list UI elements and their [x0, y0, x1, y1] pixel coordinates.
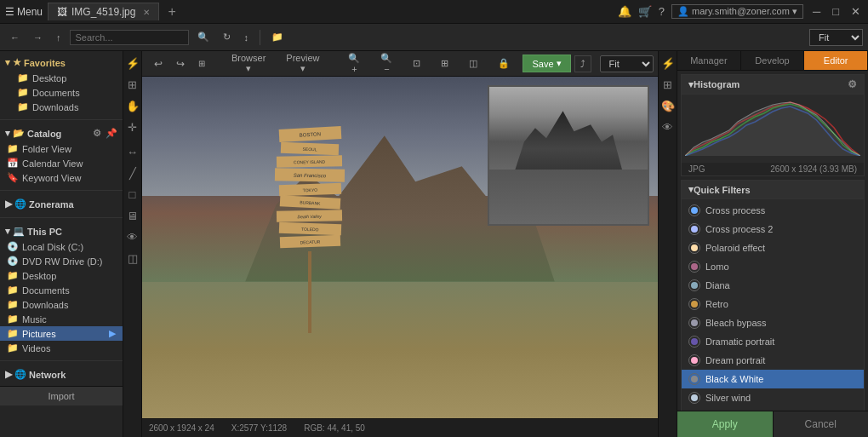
filter-cross-process-2[interactable]: Cross process 2 [682, 220, 864, 239]
fit-select[interactable]: Fit 100% 200% [809, 29, 863, 46]
nav-back-button[interactable]: ← [5, 30, 25, 45]
grid-right-icon[interactable]: ⊞ [660, 76, 675, 94]
tab-editor[interactable]: Editor [804, 51, 868, 70]
folder-up-button[interactable]: ↑ [51, 30, 66, 45]
histogram-section: ▾ Histogram ⚙ [681, 74, 865, 176]
palette-icon[interactable]: 🎨 [659, 97, 677, 115]
move-icon-btn[interactable]: ✛ [125, 118, 140, 136]
path-input[interactable] [70, 30, 189, 45]
share-button[interactable]: ⤴ [574, 55, 591, 72]
filter-diana[interactable]: Diana [682, 276, 864, 295]
filter-bleach-bypass[interactable]: Bleach bypass [682, 313, 864, 332]
thispc-videos[interactable]: 📁 Videos [0, 341, 123, 355]
monitor-icon-btn[interactable]: 🖥 [124, 207, 140, 225]
save-button[interactable]: Save ▾ [523, 55, 570, 72]
redo-button[interactable]: ↪ [171, 55, 190, 72]
filter-lomo[interactable]: Lomo [682, 257, 864, 276]
filter-swatch-icon [690, 394, 699, 402]
tab-close-icon[interactable]: ✕ [143, 8, 150, 17]
catalog-header[interactable]: ▾ 📂 Catalog ⚙ 📌 [0, 125, 123, 141]
user-email-button[interactable]: 👤 mary.smith@zoner.com ▾ [671, 4, 803, 19]
filter-silver-wind[interactable]: Silver wind [682, 388, 864, 407]
lightning-right-icon[interactable]: ⚡ [659, 55, 677, 72]
nav-forward-button[interactable]: → [28, 30, 48, 45]
lock-button[interactable]: 🔒 [490, 55, 517, 72]
favorites-documents[interactable]: 📁 Documents [0, 85, 123, 100]
folder-icon: 📁 [7, 270, 19, 281]
filter-dramatic-portrait[interactable]: Dramatic portrait [682, 332, 864, 351]
grid-icon-btn[interactable]: ⊞ [125, 76, 140, 94]
new-folder-button[interactable]: 📁 [266, 29, 288, 45]
dvd-rw-drive[interactable]: 💿 DVD RW Drive (D:) [0, 254, 123, 268]
import-button[interactable]: Import [0, 386, 123, 405]
eye-icon-btn[interactable]: 👁 [124, 228, 140, 246]
favorites-desktop[interactable]: 📁 Desktop [0, 71, 123, 85]
favorites-downloads[interactable]: 📁 Downloads [0, 100, 123, 114]
browser-button[interactable]: Browser ▾ [224, 51, 273, 77]
help-icon[interactable]: ? [659, 5, 665, 18]
file-tab[interactable]: 🖼 IMG_4519.jpg ✕ [48, 3, 159, 20]
catalog-gear-icon[interactable]: ⚙ [93, 128, 101, 139]
thispc-music[interactable]: 📁 Music [0, 312, 123, 326]
compare-icon-btn[interactable]: ◫ [125, 250, 140, 267]
photo-background: BOSTON SEOUL CONEY ISLAND San Francisco … [142, 77, 658, 418]
catalog-folder-view[interactable]: 📁 Folder View [0, 141, 123, 156]
thispc-desktop[interactable]: 📁 Desktop [0, 268, 123, 283]
thispc-documents[interactable]: 📁 Documents [0, 283, 123, 297]
fit-to-screen-button[interactable]: ⊡ [405, 55, 428, 72]
zoom-in-button[interactable]: 🔍+ [340, 51, 368, 77]
maximize-icon[interactable]: □ [830, 5, 842, 18]
thispc-pictures[interactable]: 📁 Pictures ▶ [0, 326, 123, 341]
menu-button[interactable]: ☰ Menu [5, 6, 43, 18]
undo-button[interactable]: ↩ [149, 55, 168, 72]
zonerama-header[interactable]: ▶ 🌐 Zonerama [0, 196, 123, 212]
add-tab-button[interactable]: + [164, 4, 179, 20]
keyword-icon: 🔖 [7, 172, 19, 183]
lightning-icon-btn[interactable]: ⚡ [123, 55, 142, 72]
cart-icon[interactable]: 🛒 [638, 5, 652, 18]
arrow-icon-btn[interactable]: ↔ [124, 143, 140, 161]
cancel-button[interactable]: Cancel [774, 411, 869, 437]
catalog-keyword-view[interactable]: 🔖 Keyword View [0, 170, 123, 185]
minimize-icon[interactable]: ─ [810, 5, 823, 18]
eye-right-icon[interactable]: 👁 [660, 118, 676, 136]
search-button[interactable]: 🔍 [192, 29, 214, 45]
local-disk-c[interactable]: 💿 Local Disk (C:) [0, 239, 123, 254]
hand-icon-btn[interactable]: ✋ [123, 97, 142, 115]
catalog-calendar-view[interactable]: 📅 Calendar View [0, 156, 123, 170]
tab-develop[interactable]: Develop [741, 51, 805, 70]
filter-dream-portrait[interactable]: Dream portrait [682, 351, 864, 370]
filter-black-and-white[interactable]: Black & White [682, 370, 864, 388]
filter-polaroid[interactable]: Polaroid effect [682, 239, 864, 257]
right-icon-bar: ⚡ ⊞ 🎨 👁 [658, 51, 677, 437]
line-icon-btn[interactable]: ╱ [127, 164, 139, 182]
apply-button[interactable]: Apply [677, 411, 774, 437]
quick-filters-header[interactable]: ▾ Quick Filters [682, 181, 864, 199]
network-header[interactable]: ▶ 🌐 Network [0, 366, 123, 382]
filter-icon [688, 261, 700, 273]
view-compare-button[interactable]: ◫ [461, 55, 485, 72]
fit-mode-select[interactable]: Fit 100% [600, 55, 654, 72]
favorites-header[interactable]: ▾ ★ Favorites [0, 55, 123, 71]
rect-icon-btn[interactable]: □ [127, 186, 139, 204]
thispc-downloads[interactable]: 📁 Downloads [0, 297, 123, 312]
catalog-pin-icon[interactable]: 📌 [106, 128, 117, 139]
preview-button[interactable]: Preview ▾ [278, 51, 327, 77]
notification-icon[interactable]: 🔔 [618, 5, 631, 18]
filter-swatch-icon [690, 319, 699, 327]
histogram-gear-icon[interactable]: ⚙ [848, 78, 857, 90]
tab-manager[interactable]: Manager [677, 51, 741, 70]
filter-cross-process[interactable]: Cross process [682, 201, 864, 220]
undo2-button[interactable]: ⊞ [193, 56, 210, 71]
close-icon[interactable]: ✕ [848, 5, 863, 18]
filter-retro[interactable]: Retro [682, 295, 864, 313]
filter-name: Retro [705, 299, 728, 309]
view-grid-button[interactable]: ⊞ [433, 55, 456, 72]
histogram-header[interactable]: ▾ Histogram ⚙ [682, 75, 864, 95]
sort-button[interactable]: ↕ [239, 30, 254, 45]
main-image-area[interactable]: BOSTON SEOUL CONEY ISLAND San Francisco … [142, 77, 658, 418]
refresh-button[interactable]: ↻ [218, 29, 236, 45]
thispc-header[interactable]: ▾ 💻 This PC [0, 223, 123, 239]
zoom-out-button[interactable]: 🔍− [373, 51, 400, 77]
item-label: DVD RW Drive (D:) [22, 256, 103, 267]
